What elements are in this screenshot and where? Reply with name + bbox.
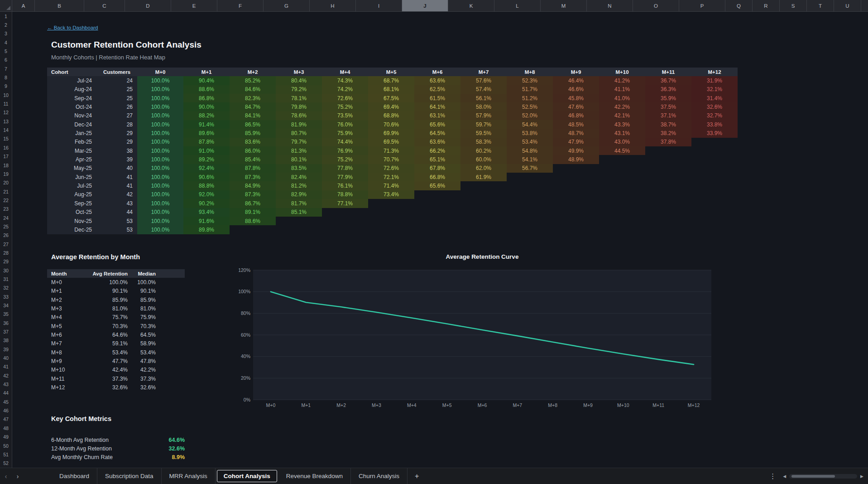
cohort-col-header-m-2[interactable]: M+2 (230, 68, 276, 76)
retention-cell[interactable]: 100.0% (137, 129, 183, 137)
row-header-1[interactable]: 1 (0, 12, 12, 20)
retention-cell[interactable] (691, 217, 738, 225)
month-cell[interactable]: M+3 (47, 304, 88, 313)
cohort-label-cell[interactable]: Jul-24 (47, 76, 96, 85)
month-cell[interactable]: M+5 (47, 322, 88, 330)
row-header-12[interactable]: 12 (0, 108, 12, 117)
retention-cell[interactable] (553, 225, 599, 234)
row-header-28[interactable]: 28 (0, 248, 12, 257)
retention-cell[interactable]: 67.8% (414, 164, 460, 173)
retention-cell[interactable] (691, 181, 738, 190)
retention-cell[interactable]: 66.2% (414, 146, 460, 155)
retention-cell[interactable]: 41.1% (599, 85, 645, 94)
retention-cell[interactable]: 59.5% (460, 129, 507, 137)
retention-cell[interactable]: 64.5% (414, 129, 460, 137)
value-cell[interactable]: 70.3% (128, 322, 156, 330)
column-header-i[interactable]: I (356, 0, 402, 11)
retention-cell[interactable]: 68.7% (368, 76, 414, 85)
value-cell[interactable]: 81.0% (88, 304, 128, 313)
hscroll-right-icon[interactable]: ▶ (860, 474, 863, 479)
row-header-26[interactable]: 26 (0, 231, 12, 240)
retention-cell[interactable]: 89.1% (230, 208, 276, 217)
retention-cell[interactable]: 77.1% (322, 199, 368, 208)
month-cell[interactable]: M+2 (47, 295, 88, 304)
retention-cell[interactable]: 54.4% (507, 120, 553, 129)
retention-cell[interactable]: 85.1% (276, 208, 322, 217)
retention-cell[interactable]: 75.2% (322, 155, 368, 164)
retention-cell[interactable] (553, 173, 599, 181)
retention-cell[interactable]: 82.4% (276, 173, 322, 181)
retention-cell[interactable]: 72.1% (368, 173, 414, 181)
retention-cell[interactable]: 66.8% (414, 173, 460, 181)
retention-cell[interactable] (553, 199, 599, 208)
retention-cell[interactable]: 37.8% (645, 138, 691, 146)
cohort-label-cell[interactable]: Oct-25 (47, 208, 96, 217)
row-header-30[interactable]: 30 (0, 266, 12, 275)
retention-cell[interactable]: 62.5% (414, 85, 460, 94)
retention-cell[interactable] (645, 146, 691, 155)
retention-cell[interactable]: 100.0% (137, 146, 183, 155)
row-header-10[interactable]: 10 (0, 91, 12, 99)
retention-cell[interactable] (553, 217, 599, 225)
customers-cell[interactable]: 53 (96, 225, 137, 234)
retention-cell[interactable] (230, 225, 276, 234)
select-all-corner[interactable] (0, 0, 12, 11)
retention-cell[interactable] (645, 181, 691, 190)
retention-cell[interactable]: 35.9% (645, 94, 691, 102)
value-cell[interactable]: 42.2% (128, 366, 156, 374)
cohort-label-cell[interactable]: Oct-24 (47, 102, 96, 111)
row-header-48[interactable]: 48 (0, 424, 12, 432)
cohort-col-header-m-4[interactable]: M+4 (322, 68, 368, 76)
retention-cell[interactable] (507, 217, 553, 225)
retention-cell[interactable] (599, 173, 645, 181)
retention-cell[interactable] (460, 199, 507, 208)
sheet-tab-revenue-breakdown[interactable]: Revenue Breakdown (278, 468, 351, 484)
cohort-label-cell[interactable]: Apr-25 (47, 155, 96, 164)
retention-cell[interactable]: 78.1% (276, 94, 322, 102)
retention-cell[interactable]: 49.9% (553, 146, 599, 155)
retention-cell[interactable]: 69.5% (368, 138, 414, 146)
retention-cell[interactable] (599, 217, 645, 225)
row-header-8[interactable]: 8 (0, 73, 12, 82)
value-cell[interactable]: 53.4% (128, 348, 156, 357)
retention-cell[interactable] (460, 190, 507, 199)
retention-cell[interactable]: 68.1% (368, 85, 414, 94)
month-cell[interactable]: M+4 (47, 313, 88, 322)
row-header-37[interactable]: 37 (0, 327, 12, 336)
retention-cell[interactable] (599, 181, 645, 190)
back-to-dashboard-link[interactable]: ← Back to Dashboard (47, 25, 98, 30)
sheet-tab-cohort-analysis[interactable]: Cohort Analysis (217, 470, 277, 482)
retention-cell[interactable] (599, 155, 645, 164)
retention-cell[interactable] (414, 199, 460, 208)
row-header-41[interactable]: 41 (0, 363, 12, 371)
retention-cell[interactable]: 92.0% (183, 190, 230, 199)
retention-cell[interactable]: 100.0% (137, 217, 183, 225)
retention-cell[interactable]: 81.9% (276, 120, 322, 129)
row-header-23[interactable]: 23 (0, 205, 12, 213)
retention-cell[interactable] (368, 208, 414, 217)
value-cell[interactable]: 32.6% (128, 383, 156, 392)
column-header-p[interactable]: P (679, 0, 725, 11)
retention-cell[interactable]: 60.0% (460, 155, 507, 164)
retention-cell[interactable]: 100.0% (137, 102, 183, 111)
retention-cell[interactable]: 37.1% (645, 111, 691, 120)
column-header-a[interactable]: A (12, 0, 35, 11)
retention-cell[interactable]: 73.4% (368, 190, 414, 199)
cohort-col-header-m-8[interactable]: M+8 (507, 68, 553, 76)
retention-cell[interactable] (645, 155, 691, 164)
retention-cell[interactable]: 100.0% (137, 120, 183, 129)
month-cell[interactable]: M+11 (47, 374, 88, 383)
retention-cell[interactable]: 57.6% (460, 76, 507, 85)
retention-cell[interactable] (599, 208, 645, 217)
row-header-40[interactable]: 40 (0, 353, 12, 362)
column-header-k[interactable]: K (448, 0, 494, 11)
retention-cell[interactable] (414, 217, 460, 225)
retention-cell[interactable]: 83.5% (276, 164, 322, 173)
retention-cell[interactable] (691, 173, 738, 181)
value-cell[interactable]: 85.9% (88, 295, 128, 304)
retention-cell[interactable]: 47.6% (553, 102, 599, 111)
retention-cell[interactable]: 77.8% (322, 164, 368, 173)
retention-cell[interactable]: 67.5% (368, 94, 414, 102)
row-header-6[interactable]: 6 (0, 56, 12, 64)
retention-cell[interactable]: 47.9% (553, 138, 599, 146)
